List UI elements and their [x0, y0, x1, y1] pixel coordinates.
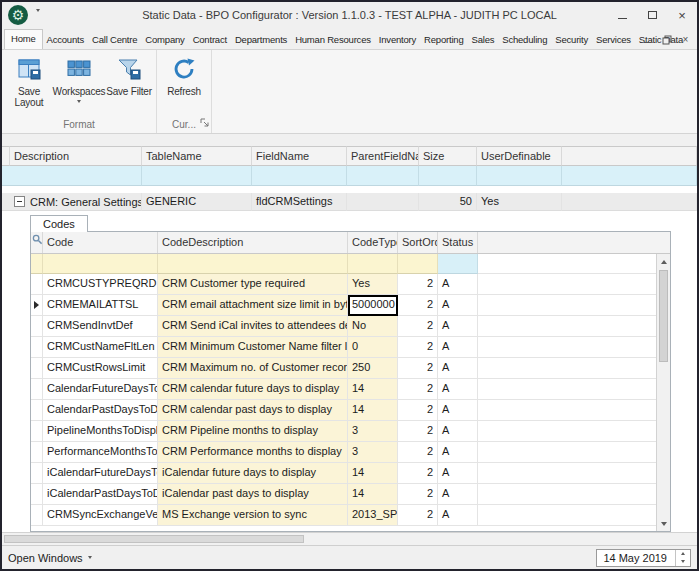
tab-security[interactable]: Security [551, 30, 592, 49]
cell-status[interactable]: A [438, 505, 478, 526]
filter-cell-sortorder[interactable] [398, 254, 438, 274]
mdi-close-button[interactable]: × [677, 32, 694, 47]
column-header-sortorder[interactable]: SortOrder [398, 232, 438, 253]
table-row[interactable]: CRMSyncExchangeVersion MS Exchange versi… [31, 505, 656, 526]
column-header-fieldname[interactable]: FieldName [252, 146, 347, 166]
save-filter-button[interactable]: Save Filter [104, 53, 154, 115]
tab-scheduling[interactable]: Scheduling [498, 30, 551, 49]
tab-call-centre[interactable]: Call Centre [88, 30, 141, 49]
cell-status[interactable]: A [438, 358, 478, 379]
cell-sort-order[interactable]: 2 [398, 274, 438, 295]
cell-fieldname[interactable]: fldCRMSettings [252, 193, 347, 211]
filter-cell-code[interactable] [43, 254, 158, 274]
dialog-launcher-icon[interactable] [200, 117, 209, 131]
table-row[interactable]: iCalendarPastDaysToDisplay iCalendar pas… [31, 484, 656, 505]
mdi-restore-button[interactable] [658, 32, 675, 47]
cell-parentfieldname[interactable] [347, 193, 419, 211]
cell-sort-order[interactable]: 2 [398, 505, 438, 526]
cell-code-description[interactable]: iCalendar past days to display [158, 484, 348, 505]
tab-company[interactable]: Company [141, 30, 188, 49]
cell-code-description[interactable]: MS Exchange version to sync [158, 505, 348, 526]
cell-status[interactable]: A [438, 337, 478, 358]
column-header-description[interactable]: Description [10, 146, 142, 166]
cell-code-type[interactable]: 0 [348, 337, 398, 358]
date-spin-up-button[interactable] [676, 550, 690, 558]
cell-code-description[interactable]: CRM Maximum no. of Customer records fetc… [158, 358, 348, 379]
cell-sort-order[interactable]: 2 [398, 400, 438, 421]
filter-cell-codetype[interactable] [348, 254, 398, 274]
cell-code[interactable]: iCalendarFutureDaysToDisplay [43, 463, 158, 484]
cell-status[interactable]: A [438, 463, 478, 484]
tab-departments[interactable]: Departments [231, 30, 291, 49]
cell-size[interactable]: 50 [419, 193, 477, 211]
cell-code[interactable]: CRMEMAILATTSL [43, 295, 158, 316]
open-windows-button[interactable]: Open Windows [8, 552, 92, 564]
date-spin-down-button[interactable] [676, 558, 690, 566]
cell-code[interactable]: CRMSendInvtDef [43, 316, 158, 337]
cell-status[interactable]: A [438, 484, 478, 505]
table-row[interactable]: CRMCustNameFltLen CRM Minimum Customer N… [31, 337, 656, 358]
filter-cell-parentfieldname[interactable] [347, 166, 419, 186]
tab-contract[interactable]: Contract [189, 30, 231, 49]
cell-code-description[interactable]: CRM email attachment size limit in bytes [158, 295, 348, 316]
cell-code[interactable]: iCalendarPastDaysToDisplay [43, 484, 158, 505]
horizontal-scrollbar-thumb[interactable] [4, 535, 304, 543]
filter-cell-size[interactable] [419, 166, 477, 186]
maximize-button[interactable] [637, 3, 667, 27]
column-header-userdefinable[interactable]: UserDefinable [477, 146, 562, 166]
cell-status[interactable]: A [438, 421, 478, 442]
cell-code[interactable]: CalendarPastDaysToDisplay [43, 400, 158, 421]
cell-sort-order[interactable]: 2 [398, 421, 438, 442]
filter-cell-codedescription[interactable] [158, 254, 348, 274]
column-header-size[interactable]: Size [419, 146, 477, 166]
tab-reporting[interactable]: Reporting [420, 30, 467, 49]
save-layout-button[interactable]: Save Layout [4, 53, 54, 115]
table-row[interactable]: CalendarFutureDaysToDisplay CRM calendar… [31, 379, 656, 400]
close-button[interactable]: × [667, 3, 697, 27]
tab-services[interactable]: Services [592, 30, 635, 49]
cell-sort-order[interactable]: 2 [398, 358, 438, 379]
table-row[interactable]: CRMCUSTYPREQRD CRM Customer type require… [31, 274, 656, 295]
filter-cell-tablename[interactable] [142, 166, 252, 186]
table-row-selected[interactable]: CRMEMAILATTSL CRM email attachment size … [31, 295, 656, 316]
cell-code-type[interactable]: 250 [348, 358, 398, 379]
scroll-up-button[interactable] [657, 254, 670, 269]
cell-code-description[interactable]: CRM Send iCal invites to attendees defau… [158, 316, 348, 337]
workspaces-button[interactable]: Workspaces [54, 53, 104, 115]
cell-code[interactable]: PipelineMonthsToDisplay [43, 421, 158, 442]
date-picker[interactable]: 14 May 2019 [596, 549, 691, 567]
table-row[interactable]: CRMCustRowsLimit CRM Maximum no. of Cust… [31, 358, 656, 379]
cell-code[interactable]: CRMCustRowsLimit [43, 358, 158, 379]
cell-code-description[interactable]: CRM Minimum Customer Name filter length [158, 337, 348, 358]
table-row[interactable]: iCalendarFutureDaysToDisplay iCalendar f… [31, 463, 656, 484]
cell-code[interactable]: CRMCustNameFltLen [43, 337, 158, 358]
column-header-code[interactable]: Code [43, 232, 158, 253]
filter-cell-status[interactable] [438, 254, 478, 274]
mdi-minimize-button[interactable] [639, 32, 656, 47]
cell-code-type[interactable]: 2013_SP1 [348, 505, 398, 526]
cell-code[interactable]: CRMCUSTYPREQRD [43, 274, 158, 295]
master-data-row[interactable]: CRM: General Settings GENERIC fldCRMSett… [2, 193, 697, 211]
cell-status[interactable]: A [438, 400, 478, 421]
search-icon[interactable] [31, 232, 43, 253]
cell-sort-order[interactable]: 2 [398, 463, 438, 484]
cell-sort-order[interactable]: 2 [398, 442, 438, 463]
minimize-button[interactable] [607, 3, 637, 27]
column-header-status[interactable]: Status [438, 232, 478, 253]
cell-status[interactable]: A [438, 379, 478, 400]
filter-cell-userdefinable[interactable] [477, 166, 562, 186]
column-header-codetype[interactable]: CodeType [348, 232, 398, 253]
cell-sort-order[interactable]: 2 [398, 337, 438, 358]
quick-access-dropdown-icon[interactable] [36, 9, 40, 12]
cell-code-type[interactable]: Yes [348, 274, 398, 295]
cell-status[interactable]: A [438, 295, 478, 316]
cell-sort-order[interactable]: 2 [398, 316, 438, 337]
tab-codes[interactable]: Codes [30, 215, 88, 232]
cell-code[interactable]: CalendarFutureDaysToDisplay [43, 379, 158, 400]
vertical-scrollbar-thumb[interactable] [659, 270, 668, 362]
refresh-button[interactable]: Refresh [159, 53, 209, 115]
tab-home[interactable]: Home [4, 29, 43, 49]
tab-accounts[interactable]: Accounts [43, 30, 88, 49]
cell-code[interactable]: PerformanceMonthsToDisplay [43, 442, 158, 463]
horizontal-scrollbar[interactable] [2, 532, 697, 545]
